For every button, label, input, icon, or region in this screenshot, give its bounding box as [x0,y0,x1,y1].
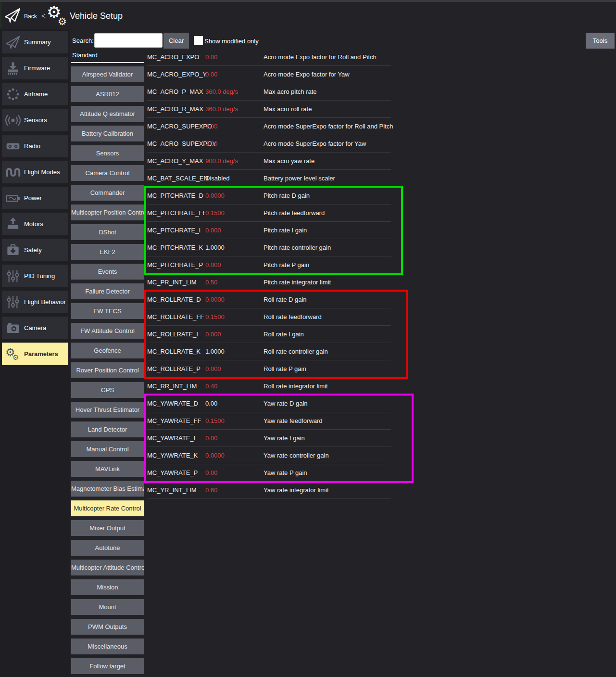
pid-tuning-icon [2,265,24,287]
category-button-geofence[interactable]: Geofence [71,343,144,358]
category-button-gps[interactable]: GPS [71,382,144,398]
sidebar-item-flight-modes[interactable]: Flight Modes [2,161,68,183]
parameter-row-mc-rr-int-lim[interactable]: MC_RR_INT_LIM 0.40 Roll rate integrator … [147,378,391,395]
category-button-mission[interactable]: Mission [71,579,144,595]
plane-icon [2,31,24,53]
category-button-magnetometer-bias-estimator[interactable]: Magnetometer Bias Estimator [71,481,144,497]
category-button-commander[interactable]: Commander [71,185,144,201]
left-edge-strip [0,2,1,28]
category-button-failure-detector[interactable]: Failure Detector [71,283,144,299]
parameter-row-mc-yawrate-k[interactable]: MC_YAWRATE_K 0.0000 Yaw rate controller … [147,447,391,464]
header-bar: Back < ⚙⚙ Vehicle Setup [0,2,616,29]
category-button-mount[interactable]: Mount [71,599,144,615]
category-button-ekf2[interactable]: EKF2 [71,244,144,260]
category-list: Airspeed ValidatorASR012Attitude Q estim… [71,66,144,677]
category-button-dshot[interactable]: DShot [71,224,144,240]
sidebar-item-summary[interactable]: Summary [2,31,68,53]
page-title: Vehicle Setup [70,11,123,21]
parameter-row-mc-pitchrate-ff[interactable]: MC_PITCHRATE_FF 0.1500 Pitch rate feedfo… [147,204,391,222]
parameter-row-mc-yawrate-i[interactable]: MC_YAWRATE_I 0.00 Yaw rate I gain [147,430,391,447]
category-button-attitude-q-estimator[interactable]: Attitude Q estimator [71,106,144,122]
parameter-row-mc-rollrate-d[interactable]: MC_ROLLRATE_D 0.0000 Roll rate D gain [147,291,391,308]
category-button-camera-control[interactable]: Camera Control [71,165,144,181]
parameter-row-mc-bat-scale-en[interactable]: MC_BAT_SCALE_EN Disabled Battery power l… [147,170,391,187]
radio-icon [2,135,24,157]
sidebar-item-radio[interactable]: Radio [2,135,68,157]
parameter-row-mc-acro-p-max[interactable]: MC_ACRO_P_MAX 360.0 deg/s Max acro pitch… [147,83,391,101]
sidebar-item-safety[interactable]: Safety [2,239,68,261]
category-button-follow-target[interactable]: Follow target [71,658,144,674]
power-icon [2,187,24,209]
category-button-battery-calibration[interactable]: Battery Calibration [71,126,144,141]
firmware-icon [2,57,24,79]
search-input[interactable] [94,33,163,48]
safety-icon [2,239,24,261]
parameter-row-mc-pitchrate-p[interactable]: MC_PITCHRATE_P 0.000 Pitch rate P gain [147,256,391,274]
parameter-row-mc-rollrate-ff[interactable]: MC_ROLLRATE_FF 0.1500 Roll rate feedforw… [147,308,391,326]
sidebar-item-parameters[interactable]: ⚙⚙ Parameters [2,343,68,365]
parameter-row-mc-rollrate-k[interactable]: MC_ROLLRATE_K 1.0000 Roll rate controlle… [147,343,391,360]
airframe-icon [2,83,24,105]
parameter-row-mc-acro-supexpoy[interactable]: MC_ACRO_SUPEXPOY 0.00 Acro mode SuperExp… [147,135,391,153]
sidebar-item-airframe[interactable]: Airframe [2,83,68,105]
category-button-miscellaneous[interactable]: Miscellaneous [71,639,144,654]
parameter-table: MC_ACRO_EXPO 0.00 Acro mode Expo factor … [147,49,391,499]
tools-button[interactable]: Tools [586,33,615,49]
parameter-row-mc-pitchrate-k[interactable]: MC_PITCHRATE_K 1.0000 Pitch rate control… [147,239,391,256]
category-group-underline [71,62,144,63]
category-button-pwm-outputs[interactable]: PWM Outputs [71,619,144,635]
parameter-row-mc-yawrate-p[interactable]: MC_YAWRATE_P 0.00 Yaw rate P gain [147,464,391,482]
category-button-manual-control[interactable]: Manual Control [71,441,144,457]
parameter-row-mc-yawrate-d[interactable]: MC_YAWRATE_D 0.00 Yaw rate D gain [147,395,391,412]
category-button-events[interactable]: Events [71,264,144,280]
flight-modes-icon [2,161,24,183]
category-button-fw-tecs[interactable]: FW TECS [71,303,144,319]
sidebar-item-camera[interactable]: Camera [2,317,68,339]
category-button-multicopter-attitude-control[interactable]: Multicopter Attitude Control [71,560,144,575]
parameter-row-mc-acro-expo-y[interactable]: MC_ACRO_EXPO_Y 0.00 Acro mode Expo facto… [147,66,391,83]
sidebar-item-firmware[interactable]: Firmware [2,57,68,79]
sidebar-item-pid-tuning[interactable]: PID Tuning [2,265,68,287]
parameter-row-mc-pitchrate-i[interactable]: MC_PITCHRATE_I 0.000 Pitch rate I gain [147,222,391,239]
camera-icon [2,317,24,339]
vehicle-setup-gears-icon: ⚙⚙ [47,4,70,29]
sidebar-item-power[interactable]: Power [2,187,68,209]
category-button-hover-thrust-estimator[interactable]: Hover Thrust Estimator [71,402,144,418]
category-button-mavlink[interactable]: MAVLink [71,461,144,477]
category-button-multicopter-rate-control[interactable]: Multicopter Rate Control [71,500,144,516]
clear-button[interactable]: Clear [163,33,189,49]
category-button-mixer-output[interactable]: Mixer Output [71,520,144,536]
parameter-row-mc-rollrate-i[interactable]: MC_ROLLRATE_I 0.000 Roll rate I gain [147,326,391,343]
parameters-gears-icon: ⚙⚙ [2,343,24,365]
motors-icon [2,213,24,235]
show-modified-label: Show modified only [204,38,259,45]
category-button-land-detector[interactable]: Land Detector [71,422,144,437]
parameter-row-mc-yawrate-ff[interactable]: MC_YAWRATE_FF 0.1500 Yaw rate feedforwar… [147,412,391,430]
qgc-plane-logo-icon [4,7,21,26]
sidebar-item-sensors[interactable]: Sensors [2,109,68,131]
search-label: Search: [72,37,94,44]
category-group-header: Standard [72,51,98,59]
back-button[interactable]: Back [24,13,37,20]
category-button-airspeed-validator[interactable]: Airspeed Validator [71,66,144,82]
sidebar-item-motors[interactable]: Motors [2,213,68,235]
category-button-asr012[interactable]: ASR012 [71,86,144,102]
category-button-multicopter-position-control[interactable]: Multicopter Position Control [71,204,144,220]
sensors-icon [2,109,24,131]
show-modified-checkbox[interactable] [194,36,203,45]
category-button-rover-position-control[interactable]: Rover Position Control [71,362,144,378]
setup-sidebar: Summary Firmware Airframe Sensors Radio … [2,31,68,369]
flight-behavior-icon [2,291,24,313]
category-button-sensors[interactable]: Sensors [71,145,144,161]
parameter-row-mc-yr-int-lim[interactable]: MC_YR_INT_LIM 0.60 Yaw rate integrator l… [147,482,391,499]
parameter-row-mc-pr-int-lim[interactable]: MC_PR_INT_LIM 0.50 Pitch rate integrator… [147,274,391,291]
category-button-fw-attitude-control[interactable]: FW Attitude Control [71,323,144,339]
sidebar-item-flight-behavior[interactable]: Flight Behavior [2,291,68,313]
parameter-row-mc-acro-y-max[interactable]: MC_ACRO_Y_MAX 900.0 deg/s Max acro yaw r… [147,153,391,170]
parameter-row-mc-acro-supexpo[interactable]: MC_ACRO_SUPEXPO 0.00 Acro mode SuperExpo… [147,118,391,135]
parameter-row-mc-pitchrate-d[interactable]: MC_PITCHRATE_D 0.0000 Pitch rate D gain [147,187,391,204]
parameter-row-mc-rollrate-p[interactable]: MC_ROLLRATE_P 0.000 Roll rate P gain [147,360,391,378]
parameter-row-mc-acro-r-max[interactable]: MC_ACRO_R_MAX 360.0 deg/s Max acro roll … [147,101,391,118]
parameter-row-mc-acro-expo[interactable]: MC_ACRO_EXPO 0.00 Acro mode Expo factor … [147,49,391,66]
category-button-autotune[interactable]: Autotune [71,540,144,556]
